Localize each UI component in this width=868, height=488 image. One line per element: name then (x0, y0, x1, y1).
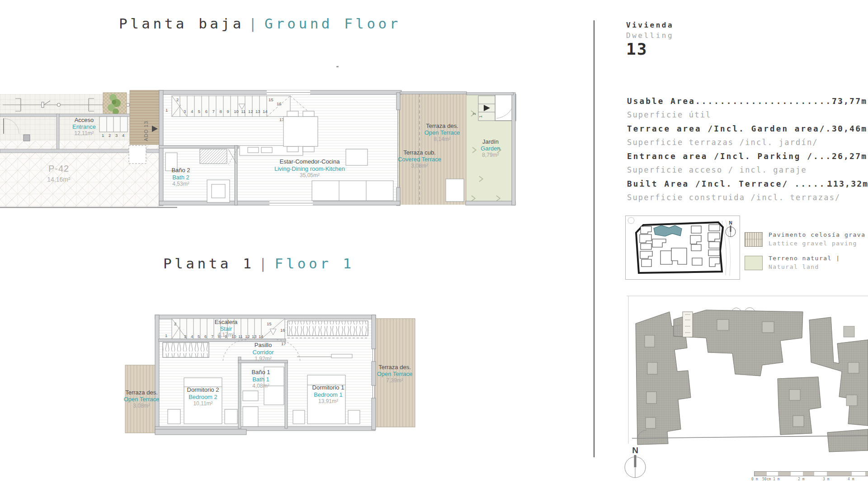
scale-label: 0 m (751, 477, 758, 481)
stair-number: 8 (220, 109, 222, 114)
room-name-es: Escalera (215, 319, 238, 325)
legend-label-en: Natural land (769, 263, 840, 270)
stair-number: 6 (205, 109, 208, 114)
utility-box (129, 145, 146, 164)
room-area: 13,91m² (318, 398, 338, 404)
room-label-corridor: Pasillo Corridor 1,92m² (253, 342, 274, 362)
room-area: 10,11m² (193, 400, 212, 407)
stair-number: 17 (281, 341, 286, 346)
area-value: 73,77m² (832, 96, 868, 106)
ground-floor-title: Planta baja|Ground Floor (119, 15, 401, 32)
scale-label: 1 m (773, 477, 779, 481)
parking-area: 14,16m² (47, 176, 71, 183)
stair-number: 12 (248, 109, 253, 114)
stair-number: 7 (212, 109, 215, 114)
stair-number: 16 (280, 328, 285, 333)
room-name-es: Jardín (482, 138, 499, 145)
garden-step-number: 2 (472, 113, 476, 115)
ground-floor-title-en: Ground Floor (264, 15, 401, 32)
room-area: 4,17m² (217, 332, 234, 338)
ground-floor-title-es: Planta baja (119, 15, 244, 32)
floor1-title-en: Floor 1 (274, 255, 354, 272)
entry-steps (99, 117, 127, 132)
room-name-es: Baño 2 (171, 167, 190, 174)
room-name-es: Baño 1 (251, 369, 270, 375)
room-name-en: Bedroom 1 (314, 391, 343, 398)
ado13-label: ADO 13 (143, 121, 149, 141)
room-label-parking: P-42 14,16m² (47, 164, 71, 183)
room-name-en: Stair (220, 325, 232, 332)
stair-number: 14 (263, 109, 268, 114)
dwelling-label-es: Vivienda (626, 21, 674, 29)
room-name-en: Garden (481, 145, 500, 152)
room-name-en: Open Terrace (124, 396, 160, 403)
north-compass-icon: N (623, 445, 650, 481)
area-value: 113,32m² (827, 179, 868, 188)
room-name-en: Bedroom 2 (189, 394, 217, 400)
stair-number: 11 (241, 109, 245, 114)
stair-number: 4 (191, 334, 193, 339)
site-buildings (636, 310, 868, 452)
ground-floor-plan-drawing: 1234 Acceso Entrance 12,11m² ADO 13 P-42… (0, 86, 524, 212)
room-name-en: Open Terrace (425, 129, 460, 136)
area-label-es: Superficie útil (627, 110, 712, 119)
area-label-es: Superficie terrazas /incl. jardín/ (627, 138, 818, 147)
room-name-es: Dormitorio 1 (312, 384, 344, 391)
room-name-en: Bath 1 (252, 376, 269, 383)
room-area: 1,92m² (255, 356, 271, 362)
area-label-es: Superficie acceso / incl. garaje (627, 165, 807, 174)
room-name-es: Acceso (75, 117, 94, 123)
floor1-plan-drawing: 34567891011121314 2 1 15 16 17 Escalera … (118, 307, 434, 443)
title-separator: | (244, 15, 264, 32)
area-label-en: Usable Area........................ (627, 97, 844, 106)
room-name-es: Pasillo (255, 342, 272, 348)
room-name-en: Living-Dining room-Kitchen (274, 165, 345, 172)
room-label-bath1: Baño 1 Bath 1 4,08m² (251, 369, 270, 389)
north-label: N (729, 221, 732, 225)
room-label-acceso: Acceso Entrance 12,11m² (72, 117, 96, 136)
natural-land-swatch (745, 256, 763, 270)
stair-number: 3 (115, 133, 118, 138)
area-label-es: Superficie construida /incl. terrazas/ (627, 193, 841, 202)
stair-number: 13 (252, 334, 257, 339)
room-name-en: Covered Terrace (398, 156, 441, 163)
room-name-es: Terraza cub. (403, 149, 436, 156)
stair-number: 14 (259, 334, 264, 339)
stair-number: 2 (174, 321, 176, 326)
room-name-es: Dormitorio 2 (187, 386, 219, 393)
stair-number: 10 (234, 109, 239, 114)
stair-number: 15 (269, 97, 274, 102)
stair-number: 1 (165, 333, 167, 338)
room-name-en: Corridor (253, 349, 274, 356)
highlighted-building (654, 225, 682, 236)
room-area: 8,14m² (434, 136, 450, 142)
scale-label: 50cm (762, 477, 771, 481)
area-label-en: Terrace area /Incl. Garden area/. (627, 124, 832, 133)
scale-label: 4 m (848, 477, 854, 481)
stair-number: 4 (122, 133, 124, 138)
area-value: 30,46m² (832, 124, 868, 133)
site-plan-drawing (627, 295, 868, 458)
legend-label-en: Lattice gravel paving (769, 240, 866, 247)
dining-table (283, 111, 318, 152)
room-name-es: Terraza des. (125, 389, 158, 396)
stair-number: 3 (184, 334, 186, 339)
north-label: N (632, 446, 638, 455)
floorplan-sheet: Planta baja|Ground Floor Planta 1|Floor … (0, 0, 868, 488)
room-name-en: Entrance (72, 123, 96, 130)
scale-bar-track (754, 471, 868, 476)
stair-number: 5 (198, 334, 200, 339)
room-label-garden: Jardín Garden 8,79m² (481, 138, 500, 158)
scale-label: 3 m (823, 477, 829, 481)
area-label-en: Entrance area /Incl. Parking /... (627, 152, 832, 161)
title-separator: | (254, 255, 274, 272)
legend-label-es: Terreno natural | (769, 255, 840, 262)
stair-number: 13 (255, 109, 260, 114)
stair-number: 12 (245, 334, 250, 339)
highlighted-unit (683, 312, 693, 337)
room-label-bath2: Baño 2 Bath 2 4,53m² (171, 167, 190, 187)
room-name-es: Estar-Comedor-Cocina (280, 158, 340, 165)
stair-number: 16 (277, 101, 282, 106)
legend-label-es: Pavimento celosía grava (769, 231, 866, 238)
scale-bar: 0 m 50cm 1 m 2 m 3 m 4 m (754, 471, 868, 481)
